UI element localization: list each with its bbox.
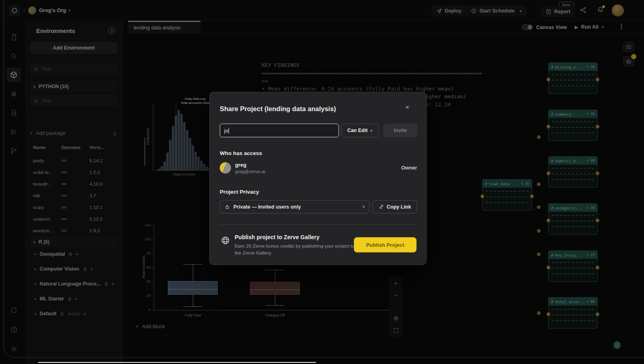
divider xyxy=(220,224,417,225)
close-icon[interactable]: × xyxy=(405,103,409,112)
publish-project-button[interactable]: Publish Project xyxy=(354,237,417,252)
chevron-down-icon: ▾ xyxy=(370,128,372,133)
app-stage: KEY FINDINGS============================… xyxy=(0,0,644,364)
share-project-dialog: Share Project (lending data analysis) × … xyxy=(209,92,427,265)
globe-icon xyxy=(221,236,230,247)
lock-icon xyxy=(225,204,230,209)
privacy-dropdown[interactable]: Private — Invited users only ▾ xyxy=(220,200,369,213)
access-section-header: Who has access xyxy=(220,150,262,156)
user-role: Owner xyxy=(387,165,417,171)
user-email: greg@zerve.ai xyxy=(235,169,265,174)
text-caret xyxy=(229,128,229,134)
publish-section-title: Publish project to Zerve Gallery xyxy=(235,234,320,240)
user-avatar xyxy=(220,162,231,174)
dialog-title: Share Project (lending data analysis) xyxy=(220,105,336,113)
permission-dropdown[interactable]: Can Edit ▾ xyxy=(341,124,378,137)
copy-link-button[interactable]: Copy Link xyxy=(373,200,417,213)
publish-section-description: Earn 20 Zerve bonus credits by publishin… xyxy=(235,243,355,256)
link-icon xyxy=(379,204,384,209)
user-name: greg xyxy=(235,162,246,168)
video-progress-bar[interactable] xyxy=(38,362,316,363)
privacy-section-header: Project Privacy xyxy=(220,189,259,195)
chevron-down-icon: ▾ xyxy=(363,205,365,209)
invite-email-input[interactable]: jo xyxy=(220,124,339,137)
invite-button[interactable]: Invite xyxy=(383,124,417,137)
